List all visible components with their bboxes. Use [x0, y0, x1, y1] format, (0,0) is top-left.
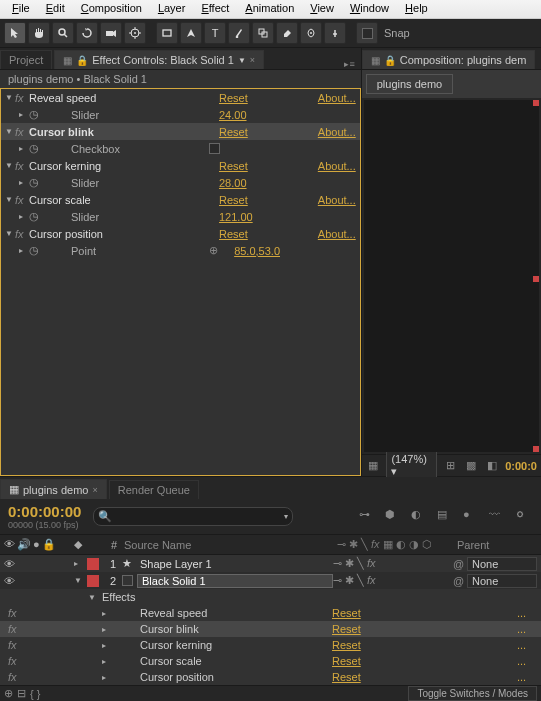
twirl-icon[interactable]: ▸ — [102, 625, 112, 634]
label-color[interactable] — [87, 558, 99, 570]
options-link[interactable]: ... — [517, 639, 537, 651]
timeline-effect-row[interactable]: fx▸Cursor positionReset... — [0, 669, 541, 685]
visibility-toggle[interactable]: 👁 — [4, 558, 15, 570]
fx-icon[interactable]: fx — [4, 639, 88, 651]
close-icon[interactable]: × — [92, 485, 97, 495]
toggle-icon[interactable]: ⊕ — [4, 687, 13, 700]
handle-icon[interactable] — [533, 446, 539, 452]
tab-project[interactable]: Project — [0, 50, 52, 69]
options-link[interactable]: ... — [517, 623, 537, 635]
composition-viewer[interactable] — [364, 100, 539, 452]
layer-name[interactable]: Shape Layer 1 — [136, 558, 333, 570]
fx-icon[interactable]: fx — [15, 194, 29, 206]
menu-composition[interactable]: Composition — [73, 0, 150, 18]
audio-icon[interactable]: 🔊 — [17, 538, 31, 551]
twirl-icon[interactable]: ▼ — [74, 576, 84, 585]
tab-render-queue[interactable]: Render Queue — [109, 480, 199, 499]
menu-effect[interactable]: Effect — [193, 0, 237, 18]
current-timecode[interactable]: 0:00:00:00 — [8, 503, 81, 520]
twirl-icon[interactable]: ▸ — [19, 212, 29, 221]
label-color[interactable] — [87, 575, 99, 587]
frame-blend-column-icon[interactable]: ▦ — [383, 538, 393, 551]
effect-header-row[interactable]: ▼fxCursor positionResetAbout... — [1, 225, 360, 242]
twirl-icon[interactable]: ▸ — [102, 657, 112, 666]
selection-tool-icon[interactable] — [4, 22, 26, 44]
puppet-tool-icon[interactable] — [324, 22, 346, 44]
visibility-toggle[interactable]: 👁 — [4, 575, 15, 587]
toggle-switches-modes-button[interactable]: Toggle Switches / Modes — [408, 686, 537, 701]
handle-icon[interactable] — [533, 100, 539, 106]
rotate-tool-icon[interactable] — [76, 22, 98, 44]
param-value[interactable]: 24.00 — [219, 109, 247, 121]
tab-timeline-comp[interactable]: ▦ plugins demo × — [0, 479, 107, 499]
resolution-icon[interactable]: ⊞ — [443, 458, 458, 474]
lock-icon[interactable]: 🔒 — [42, 538, 56, 551]
zoom-tool-icon[interactable] — [52, 22, 74, 44]
fx-icon[interactable]: fx — [4, 655, 88, 667]
fx-icon[interactable]: fx — [15, 160, 29, 172]
chevron-down-icon[interactable]: ▾ — [284, 512, 288, 521]
twirl-icon[interactable]: ▼ — [5, 127, 15, 136]
eraser-tool-icon[interactable] — [276, 22, 298, 44]
param-checkbox[interactable] — [209, 143, 220, 154]
fx-icon[interactable]: fx — [4, 607, 88, 619]
pan-behind-tool-icon[interactable] — [124, 22, 146, 44]
menu-help[interactable]: Help — [397, 0, 436, 18]
menu-layer[interactable]: Layer — [150, 0, 194, 18]
effect-header-row[interactable]: ▼fxCursor kerningResetAbout... — [1, 157, 360, 174]
fx-icon[interactable]: fx — [15, 92, 29, 104]
reset-link[interactable]: Reset — [219, 160, 279, 172]
panel-menu-icon[interactable]: ▸≡ — [344, 59, 354, 69]
grid-icon[interactable]: ▦ — [366, 458, 381, 474]
brain-icon[interactable]: ● — [463, 508, 481, 526]
timeline-effect-row[interactable]: fx▸Reveal speedReset... — [0, 605, 541, 621]
fx-icon[interactable]: fx — [4, 671, 88, 683]
reset-link[interactable]: Reset — [332, 607, 412, 619]
transparency-icon[interactable]: ▩ — [464, 458, 479, 474]
twirl-icon[interactable]: ▸ — [102, 641, 112, 650]
twirl-icon[interactable]: ▼ — [5, 161, 15, 170]
quality-icon[interactable]: ╲ — [361, 538, 368, 551]
twirl-icon[interactable]: ▼ — [88, 593, 98, 602]
visibility-icon[interactable]: 👁 — [4, 538, 15, 551]
layer-name[interactable]: Black Solid 1 — [137, 574, 333, 588]
about-link[interactable]: About... — [318, 92, 356, 104]
twirl-icon[interactable]: ▸ — [74, 559, 84, 568]
layer-row[interactable]: 👁▼2Black Solid 1⊸✱╲fx@None — [0, 572, 541, 589]
reset-link[interactable]: Reset — [219, 92, 279, 104]
adjustment-icon[interactable]: ◑ — [409, 538, 419, 551]
comp-time[interactable]: 0:00:0 — [505, 460, 537, 472]
brush-tool-icon[interactable] — [228, 22, 250, 44]
pickwhip-icon[interactable]: @ — [453, 558, 467, 570]
reset-link[interactable]: Reset — [219, 126, 279, 138]
motion-blur-column-icon[interactable]: ◐ — [396, 538, 406, 551]
layer-row[interactable]: 👁▸1★Shape Layer 1⊸✱╲fx@None — [0, 555, 541, 572]
twirl-icon[interactable]: ▸ — [19, 246, 29, 255]
timeline-effect-row[interactable]: fx▸Cursor blinkReset... — [0, 621, 541, 637]
param-value[interactable]: 28.00 — [219, 177, 247, 189]
twirl-icon[interactable]: ▸ — [102, 673, 112, 682]
shy-icon[interactable]: ⊶ — [359, 508, 377, 526]
3d-icon[interactable]: ⬡ — [422, 538, 432, 551]
menu-edit[interactable]: Edit — [38, 0, 73, 18]
reset-link[interactable]: Reset — [219, 194, 279, 206]
tab-composition[interactable]: ▦ 🔒 Composition: plugins dem — [362, 50, 536, 69]
timeline-search-input[interactable]: 🔍 ▾ — [93, 507, 293, 526]
crosshair-icon[interactable]: ⊕ — [209, 244, 218, 257]
handle-icon[interactable] — [533, 276, 539, 282]
graph-icon[interactable]: 〰 — [489, 508, 507, 526]
close-icon[interactable]: × — [250, 55, 255, 65]
camera-tool-icon[interactable] — [100, 22, 122, 44]
twirl-icon[interactable]: ▸ — [19, 178, 29, 187]
timeline-effect-row[interactable]: fx▸Cursor kerningReset... — [0, 637, 541, 653]
options-link[interactable]: ... — [517, 671, 537, 683]
menu-animation[interactable]: Animation — [237, 0, 302, 18]
about-link[interactable]: About... — [318, 160, 356, 172]
twirl-icon[interactable]: ▼ — [5, 195, 15, 204]
motion-blur-icon[interactable]: ▤ — [437, 508, 455, 526]
menu-window[interactable]: Window — [342, 0, 397, 18]
timeline-effect-row[interactable]: fx▸Cursor scaleReset... — [0, 653, 541, 669]
effects-group-row[interactable]: ▼ Effects — [0, 589, 541, 605]
reset-link[interactable]: Reset — [332, 623, 412, 635]
switches[interactable]: ⊸✱╲fx — [333, 557, 453, 570]
